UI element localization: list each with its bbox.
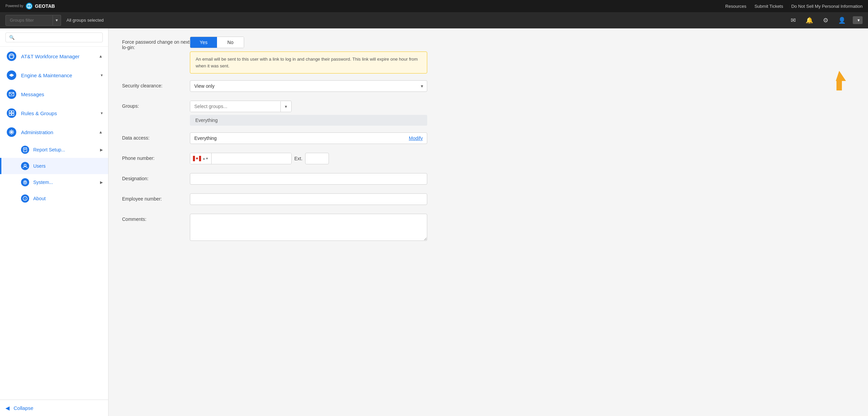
sidebar: AT&T Workforce Manager ▲ Engine & Mainte… xyxy=(0,28,108,416)
user-icon-btn[interactable]: 👤 xyxy=(836,15,847,26)
collapse-icon: ◀ xyxy=(5,405,9,411)
geotab-logo: Powered by GEOTAB xyxy=(5,2,59,10)
groups-select-container: ▾ xyxy=(190,101,292,112)
modify-link[interactable]: Modify xyxy=(409,136,423,141)
secondary-bar: ▾ All groups selected ✉ 🔔 ⚙ 👤 ▾ xyxy=(0,12,868,28)
brand-section: Powered by GEOTAB xyxy=(5,2,59,10)
employee-number-input[interactable] xyxy=(190,193,427,205)
rules-chevron: ▾ xyxy=(101,111,103,116)
data-access-text: Everything xyxy=(194,136,409,141)
no-btn[interactable]: No xyxy=(217,37,244,48)
system-arrow: ▶ xyxy=(100,180,103,185)
yes-no-toggle: Yes No xyxy=(190,37,244,48)
phone-number-input[interactable] xyxy=(212,153,291,164)
sidebar-sub-about[interactable]: i About xyxy=(0,190,108,207)
phone-input-row: ▲▼ Ext. xyxy=(190,153,427,164)
force-password-control: Yes No An email will be sent to this use… xyxy=(190,37,427,74)
messages-icon xyxy=(7,89,16,99)
security-clearance-row: Security clearance: View only Administra… xyxy=(122,80,854,94)
svg-rect-22 xyxy=(193,156,195,161)
groups-dropdown-btn[interactable]: ▾ xyxy=(280,101,291,112)
phone-row: Phone number: ▲▼ xyxy=(122,153,854,166)
svg-rect-10 xyxy=(12,111,14,113)
phone-control: ▲▼ Ext. xyxy=(190,153,427,164)
designation-input[interactable] xyxy=(190,173,427,185)
data-access-control: Everything Modify xyxy=(190,132,427,144)
groups-filter-dropdown-btn[interactable]: ▾ xyxy=(53,15,61,26)
users-icon xyxy=(21,162,29,170)
top-bar: Powered by GEOTAB Resources Submit Ticke… xyxy=(0,0,868,12)
main-layout: AT&T Workforce Manager ▲ Engine & Mainte… xyxy=(0,28,868,416)
user-dropdown[interactable]: ▾ xyxy=(853,16,863,24)
geotab-logo-svg: GEOTAB xyxy=(25,2,59,10)
top-nav-links: Resources Submit Tickets Do Not Sell My … xyxy=(725,4,863,9)
sidebar-search-input[interactable] xyxy=(5,33,103,42)
report-setup-icon xyxy=(21,146,29,154)
groups-control: ▾ Everything xyxy=(190,101,427,126)
rules-icon xyxy=(7,108,16,118)
system-icon xyxy=(21,178,29,186)
user-dropdown-arrow: ▾ xyxy=(857,18,860,23)
about-icon: i xyxy=(21,194,29,203)
settings-icon-btn[interactable]: ⚙ xyxy=(820,15,831,26)
mail-icon-btn[interactable]: ✉ xyxy=(788,15,798,26)
report-setup-arrow: ▶ xyxy=(100,148,103,152)
do-not-sell-link[interactable]: Do Not Sell My Personal Information xyxy=(791,4,863,9)
comments-row: Comments: xyxy=(122,214,854,242)
sidebar-item-engine[interactable]: Engine & Maintenance ▾ xyxy=(0,66,108,85)
sidebar-item-att-workforce-label: AT&T Workforce Manager xyxy=(21,54,99,59)
phone-input-container: ▲▼ xyxy=(190,153,292,164)
att-workforce-icon xyxy=(7,51,16,61)
att-workforce-chevron: ▲ xyxy=(99,54,103,59)
sidebar-sub-system[interactable]: System... ▶ xyxy=(0,174,108,190)
security-clearance-select[interactable]: View only Administrator Nothing xyxy=(190,80,427,92)
svg-rect-11 xyxy=(9,113,11,116)
about-label: About xyxy=(33,196,46,201)
sidebar-collapse-btn[interactable]: ◀ Collapse xyxy=(0,400,108,416)
powered-by-text: Powered by xyxy=(5,4,23,8)
report-setup-label: Report Setup... xyxy=(33,147,65,152)
groups-select-input[interactable] xyxy=(190,101,280,112)
groups-row: Groups: ▾ Everything xyxy=(122,101,854,126)
bell-icon-btn[interactable]: 🔔 xyxy=(804,15,815,26)
comments-control xyxy=(190,214,427,242)
content-area: Force password change on next lo-gin: Ye… xyxy=(108,28,868,416)
svg-point-19 xyxy=(24,182,26,183)
comments-label: Comments: xyxy=(122,214,190,222)
groups-filter-input[interactable] xyxy=(5,15,53,26)
sidebar-search-container xyxy=(0,28,108,47)
resources-link[interactable]: Resources xyxy=(725,4,746,9)
sidebar-item-engine-label: Engine & Maintenance xyxy=(21,72,101,78)
svg-rect-7 xyxy=(11,74,13,77)
sidebar-item-messages[interactable]: Messages xyxy=(0,85,108,104)
force-password-row: Force password change on next lo-gin: Ye… xyxy=(122,37,854,74)
ext-input[interactable] xyxy=(305,153,329,164)
administration-chevron: ▲ xyxy=(99,130,103,134)
employee-number-label: Employee number: xyxy=(122,193,190,202)
svg-rect-12 xyxy=(12,113,14,116)
groups-filter-container: ▾ All groups selected xyxy=(5,15,104,26)
sidebar-item-messages-label: Messages xyxy=(21,91,103,97)
info-box: An email will be sent to this user with … xyxy=(190,51,427,74)
sidebar-item-administration[interactable]: Administration ▲ xyxy=(0,123,108,142)
yes-btn[interactable]: Yes xyxy=(190,37,217,48)
collapse-label: Collapse xyxy=(14,405,33,411)
submit-tickets-link[interactable]: Submit Tickets xyxy=(754,4,783,9)
comments-textarea[interactable] xyxy=(190,214,427,241)
sidebar-sub-report-setup[interactable]: Report Setup... ▶ xyxy=(0,142,108,158)
phone-flag-btn[interactable]: ▲▼ xyxy=(190,153,212,164)
sidebar-sub-users[interactable]: Users xyxy=(0,158,108,174)
canadian-flag xyxy=(193,156,201,161)
svg-point-18 xyxy=(24,164,26,166)
security-clearance-control: View only Administrator Nothing xyxy=(190,80,427,92)
data-access-display: Everything Modify xyxy=(190,132,427,144)
svg-rect-23 xyxy=(199,156,201,161)
designation-label: Designation: xyxy=(122,173,190,181)
sidebar-item-att-workforce[interactable]: AT&T Workforce Manager ▲ xyxy=(0,47,108,66)
sidebar-item-rules[interactable]: Rules & Groups ▾ xyxy=(0,104,108,123)
flag-arrows: ▲▼ xyxy=(202,157,209,160)
employee-number-control xyxy=(190,193,427,205)
svg-point-13 xyxy=(11,131,13,133)
svg-rect-9 xyxy=(9,111,11,113)
designation-control xyxy=(190,173,427,185)
